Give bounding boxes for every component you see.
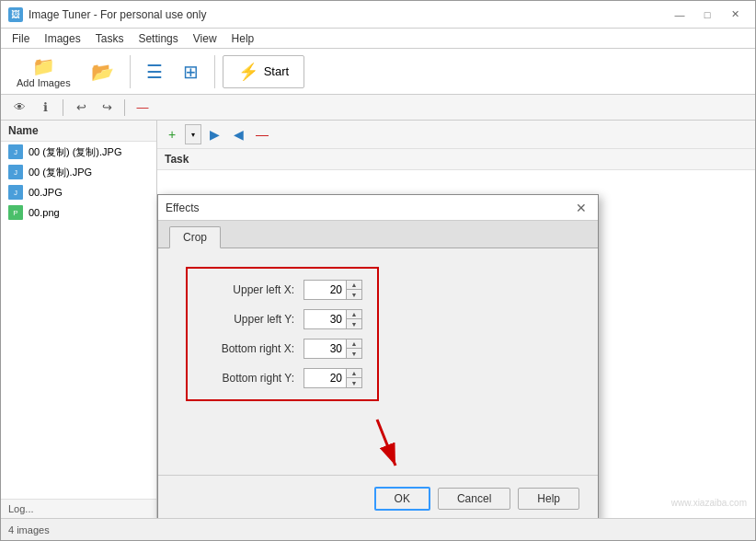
bottom-right-x-spinner: ▲ ▼ <box>304 339 362 359</box>
upper-left-x-label: Upper left X: <box>202 283 304 296</box>
secondary-toolbar: 👁 ℹ ↩ ↪ — <box>1 95 755 121</box>
bottom-right-y-up[interactable]: ▲ <box>347 369 361 378</box>
bottom-right-y-arrows: ▲ ▼ <box>346 369 361 387</box>
upper-left-y-down[interactable]: ▼ <box>347 319 361 328</box>
remove-button[interactable]: — <box>132 98 154 118</box>
view-grid-button[interactable]: ⊞ <box>175 56 207 87</box>
preview-button[interactable]: 👁 <box>8 98 30 118</box>
dialog-title-bar: Effects ✕ <box>158 195 598 221</box>
file-list: J 00 (复制) (复制).JPG J 00 (复制).JPG J 00.JP… <box>1 142 156 499</box>
toolbar-separator-1 <box>130 55 131 88</box>
rotate-right-button[interactable]: ↪ <box>96 98 118 118</box>
minimize-button[interactable]: — <box>667 6 693 24</box>
effects-dialog: Effects ✕ Crop Upper left X: ▲ <box>157 194 599 518</box>
info-button[interactable]: ℹ <box>34 98 56 118</box>
upper-left-x-input[interactable] <box>304 281 346 299</box>
move-right-button[interactable]: ▶ <box>203 124 225 144</box>
title-bar-text: Image Tuner - For personal use only <box>29 8 667 21</box>
file-panel-header: Name <box>1 121 156 142</box>
close-button[interactable]: ✕ <box>722 6 748 24</box>
ok-button[interactable]: OK <box>374 487 430 511</box>
add-task-button[interactable]: + <box>161 124 183 144</box>
upper-left-x-spinner: ▲ ▼ <box>304 280 362 300</box>
sec-separator-1 <box>63 99 63 116</box>
open-folder-icon: 📂 <box>91 61 114 83</box>
menu-view[interactable]: View <box>186 30 224 47</box>
upper-left-y-label: Upper left Y: <box>202 313 304 326</box>
list-item[interactable]: P 00.png <box>1 202 156 223</box>
title-bar: 🖼 Image Tuner - For personal use only — … <box>1 1 755 29</box>
dialog-close-button[interactable]: ✕ <box>572 199 590 217</box>
tab-crop[interactable]: Crop <box>169 226 221 248</box>
bottom-right-y-down[interactable]: ▼ <box>347 378 361 387</box>
menu-file[interactable]: File <box>5 30 37 47</box>
dialog-footer: OK Cancel Help <box>158 475 598 518</box>
add-images-icon: 📁 <box>32 55 55 77</box>
arrow-area <box>158 420 598 475</box>
watermark: www.xiazaiba.com <box>671 498 747 508</box>
menu-tasks[interactable]: Tasks <box>88 30 132 47</box>
dialog-content: Upper left X: ▲ ▼ Upper left Y: <box>158 248 598 420</box>
list-item[interactable]: J 00 (复制) (复制).JPG <box>1 142 156 162</box>
file-name: 00.JPG <box>29 187 63 198</box>
view-grid-icon: ⊞ <box>183 61 199 83</box>
file-name: 00 (复制).JPG <box>29 166 92 179</box>
crop-fields-box: Upper left X: ▲ ▼ Upper left Y: <box>186 267 379 401</box>
list-item[interactable]: J 00 (复制).JPG <box>1 162 156 182</box>
upper-left-y-input[interactable] <box>304 310 346 328</box>
task-toolbar: + ▾ ▶ ◀ — <box>157 121 755 149</box>
file-icon: J <box>8 165 23 179</box>
add-task-dropdown[interactable]: ▾ <box>185 124 201 144</box>
open-folder-button[interactable]: 📂 <box>83 56 122 87</box>
delete-task-button[interactable]: — <box>251 124 273 144</box>
log-text: Log... <box>8 503 34 514</box>
upper-left-x-row: Upper left X: ▲ ▼ <box>202 280 362 300</box>
bottom-right-y-input[interactable] <box>304 369 346 387</box>
svg-line-1 <box>377 420 395 466</box>
view-list-button[interactable]: ☰ <box>138 56 171 87</box>
start-label: Start <box>264 64 289 78</box>
upper-left-y-row: Upper left Y: ▲ ▼ <box>202 309 362 329</box>
list-item[interactable]: J 00.JPG <box>1 182 156 202</box>
upper-left-x-up[interactable]: ▲ <box>347 281 361 290</box>
bottom-right-x-input[interactable] <box>304 340 346 358</box>
add-images-button[interactable]: 📁 Add Images <box>8 51 79 93</box>
app-window: 🖼 Image Tuner - For personal use only — … <box>0 0 756 541</box>
file-name: 00.png <box>29 207 60 218</box>
upper-left-y-spinner: ▲ ▼ <box>304 309 362 329</box>
upper-left-y-up[interactable]: ▲ <box>347 310 361 319</box>
upper-left-x-down[interactable]: ▼ <box>347 290 361 299</box>
file-icon: P <box>8 205 23 220</box>
file-panel: Name J 00 (复制) (复制).JPG J 00 (复制).JPG J … <box>1 121 157 518</box>
upper-left-y-arrows: ▲ ▼ <box>346 310 361 328</box>
dialog-tabs: Crop <box>158 221 598 248</box>
bottom-right-x-up[interactable]: ▲ <box>347 340 361 349</box>
status-bar: 4 images <box>1 518 755 540</box>
content-area: Name J 00 (复制) (复制).JPG J 00 (复制).JPG J … <box>1 121 755 518</box>
bottom-right-y-row: Bottom right Y: ▲ ▼ <box>202 368 362 388</box>
rotate-left-button[interactable]: ↩ <box>70 98 92 118</box>
bottom-right-x-down[interactable]: ▼ <box>347 349 361 358</box>
toolbar-separator-2 <box>214 55 215 88</box>
help-button[interactable]: Help <box>518 488 579 510</box>
view-list-icon: ☰ <box>146 61 163 83</box>
file-icon: J <box>8 185 23 200</box>
main-toolbar: 📁 Add Images 📂 ☰ ⊞ ⚡ Start <box>1 49 755 95</box>
dialog-title: Effects <box>166 201 572 214</box>
menu-images[interactable]: Images <box>37 30 87 47</box>
bottom-right-y-label: Bottom right Y: <box>202 372 304 385</box>
bottom-right-x-row: Bottom right X: ▲ ▼ <box>202 339 362 359</box>
log-area: Log... <box>1 499 156 518</box>
menu-bar: File Images Tasks Settings View Help <box>1 29 755 49</box>
cancel-button[interactable]: Cancel <box>438 488 510 510</box>
move-left-button[interactable]: ◀ <box>227 124 249 144</box>
menu-help[interactable]: Help <box>224 30 262 47</box>
maximize-button[interactable]: □ <box>694 6 720 24</box>
start-icon: ⚡ <box>238 62 258 82</box>
start-button[interactable]: ⚡ Start <box>223 55 304 88</box>
bottom-right-y-spinner: ▲ ▼ <box>304 368 362 388</box>
upper-left-x-arrows: ▲ ▼ <box>346 281 361 299</box>
status-text: 4 images <box>8 524 50 535</box>
menu-settings[interactable]: Settings <box>131 30 185 47</box>
file-icon: J <box>8 144 23 159</box>
